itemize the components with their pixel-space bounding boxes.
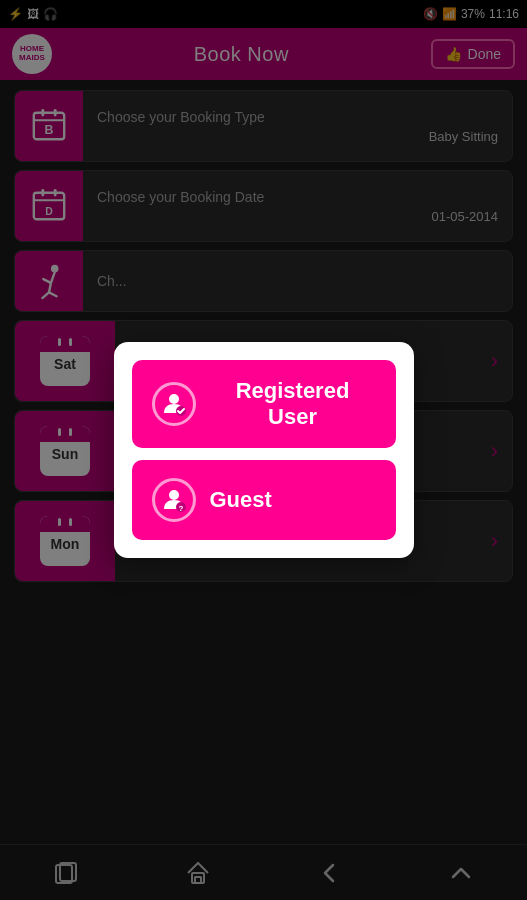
svg-point-24 [169,490,179,500]
registered-user-button[interactable]: Registered User [132,360,396,448]
guest-label: Guest [210,487,272,513]
guest-button[interactable]: ? Guest [132,460,396,540]
registered-user-icon [152,382,196,426]
registered-user-label: Registered User [210,378,376,430]
guest-icon: ? [152,478,196,522]
svg-point-22 [169,394,179,404]
modal-overlay: Registered User ? Guest [0,0,527,900]
svg-text:?: ? [178,504,183,513]
user-type-modal: Registered User ? Guest [114,342,414,558]
